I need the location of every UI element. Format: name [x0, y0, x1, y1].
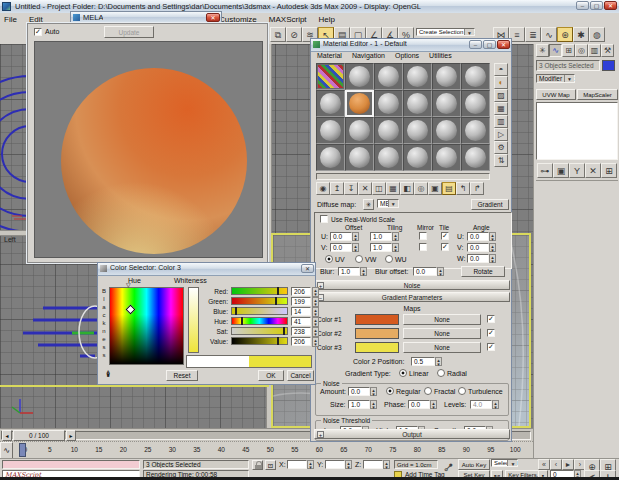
update-button[interactable]: Update	[104, 26, 154, 38]
material-sample[interactable]	[316, 144, 345, 171]
previous-frame-arrow[interactable]: ◄	[2, 430, 12, 441]
show-map-in-viewport-icon[interactable]: ▤	[442, 182, 456, 195]
rotate-button[interactable]: Rotate	[461, 266, 505, 277]
material-editor-icon[interactable]: ⊛	[557, 27, 573, 42]
layer-manager-icon[interactable]: ≣	[525, 27, 541, 42]
menu-item[interactable]: File	[4, 15, 17, 24]
absolute-offset-toggle-button[interactable]: ⊡	[265, 460, 276, 470]
make-preview-icon[interactable]: ▷	[494, 128, 508, 141]
u-tiling-field[interactable]: 1.0	[370, 232, 392, 241]
map-none-button[interactable]: None	[403, 328, 481, 339]
radial-radio[interactable]	[437, 369, 445, 377]
material-sample[interactable]	[403, 144, 432, 171]
sample-type-icon[interactable]: ◓	[494, 63, 508, 76]
amount-field[interactable]: 0.0	[348, 387, 370, 396]
tab-utilities[interactable]: ⚒	[601, 44, 614, 57]
map-none-button[interactable]: None	[403, 342, 481, 353]
material-sample[interactable]	[345, 63, 374, 90]
tab-modify[interactable]: ∿	[549, 44, 562, 57]
v-mirror-checkbox[interactable]	[419, 243, 427, 251]
size-field[interactable]: 1.0	[348, 400, 370, 409]
whiteness-strip[interactable]	[188, 287, 199, 353]
noise-rollout-header[interactable]: +Noise	[314, 280, 510, 290]
material-sample[interactable]	[432, 117, 461, 144]
auto-key-button[interactable]: Auto Key	[458, 459, 490, 470]
color2-position-field[interactable]: 0.5	[411, 357, 435, 366]
close-button[interactable]: ✕	[604, 1, 617, 10]
material-navigator-icon[interactable]: ⇅	[494, 154, 508, 167]
slider-notch-icon[interactable]	[241, 317, 243, 325]
sample-uv-tiling-icon[interactable]: ▦	[494, 102, 508, 115]
map-enable-checkbox[interactable]	[487, 315, 495, 323]
levels-field[interactable]: 4.0	[470, 400, 492, 409]
w-angle-field[interactable]: 0.0	[467, 254, 489, 263]
linear-radio[interactable]	[399, 369, 407, 377]
tab-motion[interactable]: ◎	[575, 44, 588, 57]
material-sample[interactable]	[316, 90, 345, 117]
slider-spinner[interactable]	[312, 307, 319, 317]
uv-radio[interactable]	[325, 255, 333, 263]
material-options-icon[interactable]: ⚙	[494, 141, 508, 154]
menu-item[interactable]: Navigation	[352, 52, 385, 59]
w-angle-spinner[interactable]	[489, 254, 496, 263]
slider-bar[interactable]	[231, 317, 288, 325]
fractal-radio[interactable]	[424, 387, 432, 395]
material-editor-titlebar[interactable]: Material Editor - 1 - Default –▢✕	[311, 39, 511, 52]
current-frame-marker[interactable]	[19, 443, 26, 457]
u-angle-spinner[interactable]	[489, 232, 496, 241]
make-unique-icon[interactable]: Y	[569, 163, 585, 178]
gradient-color-swatch[interactable]	[355, 342, 399, 353]
u-angle-field[interactable]: 0.0	[467, 232, 489, 241]
eyedropper-icon[interactable]: ✒	[103, 369, 114, 377]
map-enable-checkbox[interactable]	[487, 329, 495, 337]
minimize-button[interactable]: –	[469, 40, 482, 49]
material-sample[interactable]	[432, 90, 461, 117]
map-type-button[interactable]: Gradient	[471, 199, 509, 210]
hue-marker-icon[interactable]: ▽	[126, 281, 131, 288]
material-sample[interactable]	[461, 144, 490, 171]
slider-value-field[interactable]: 41	[291, 317, 311, 326]
assign-to-selection-icon[interactable]: ↧	[344, 182, 358, 195]
pin-stack-icon[interactable]: ⊶	[537, 163, 553, 178]
material-id-icon[interactable]: ◧	[400, 182, 414, 195]
slider-bar[interactable]	[231, 327, 288, 335]
reset-button[interactable]: Reset	[166, 370, 198, 381]
blur-field[interactable]: 1.0	[338, 267, 360, 276]
y-coordinate-field[interactable]	[325, 460, 345, 469]
slider-value-field[interactable]: 14	[291, 307, 311, 316]
object-name-field[interactable]: 3 Objects Selected	[536, 60, 600, 71]
slider-bar[interactable]	[231, 307, 288, 315]
play-button[interactable]: ►	[562, 459, 574, 470]
get-material-icon[interactable]: ◉	[316, 182, 330, 195]
map-none-button[interactable]: None	[403, 314, 481, 325]
material-sample[interactable]	[461, 117, 490, 144]
menu-item[interactable]: Help	[319, 15, 335, 24]
u-offset-spinner[interactable]	[352, 232, 359, 241]
levels-spinner[interactable]	[492, 400, 499, 409]
material-sample[interactable]	[461, 63, 490, 90]
background-icon[interactable]: ▨	[494, 89, 508, 102]
blur-spinner[interactable]	[360, 267, 367, 276]
color2-position-spinner[interactable]	[435, 357, 442, 366]
material-sample[interactable]	[316, 63, 345, 90]
material-sample[interactable]	[345, 90, 374, 117]
cancel-button[interactable]: Cancel	[287, 370, 314, 381]
mela-close-button[interactable]: ✕	[206, 13, 220, 22]
blur-offset-field[interactable]: 0.0	[413, 267, 437, 276]
material-sample[interactable]	[374, 90, 403, 117]
selection-set-combo[interactable]: Create Selection Set	[416, 28, 475, 36]
show-end-result-icon[interactable]: ▣	[553, 163, 569, 178]
output-rollout-header[interactable]: +Output	[314, 429, 510, 439]
remove-modifier-icon[interactable]: ✕	[585, 163, 601, 178]
material-sample[interactable]	[374, 144, 403, 171]
sample-scrollbar[interactable]	[316, 173, 490, 180]
v-angle-spinner[interactable]	[489, 243, 496, 252]
v-offset-field[interactable]: 0.0	[330, 243, 352, 252]
unlink-selection-icon[interactable]: ⊘	[286, 27, 302, 42]
menu-item[interactable]: MAXScript	[269, 15, 307, 24]
object-color-swatch[interactable]	[602, 60, 615, 71]
slider-bar[interactable]	[231, 337, 288, 345]
put-to-library-icon[interactable]: ▦	[386, 182, 400, 195]
modifier-stack-list[interactable]	[536, 102, 618, 160]
vw-radio[interactable]	[355, 255, 363, 263]
